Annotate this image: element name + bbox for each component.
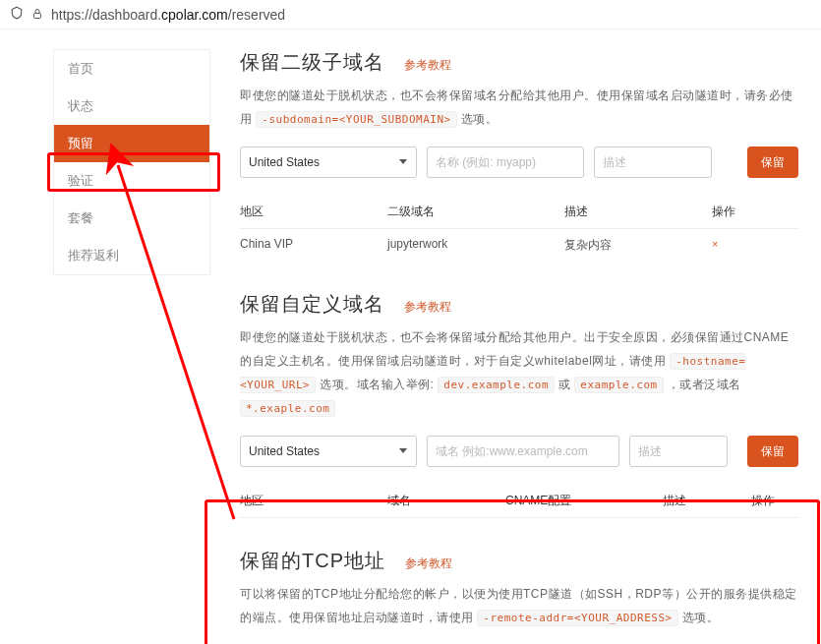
reference-link[interactable]: 参考教程 <box>404 299 451 316</box>
sidebar: 首页 状态 预留 验证 套餐 推荐返利 <box>53 49 210 275</box>
section-custom-domain: 保留自定义域名 参考教程 即使您的隧道处于脱机状态，也不会将保留域分配给其他用户… <box>240 291 798 518</box>
sidebar-label: 状态 <box>68 98 93 113</box>
col-desc: 描述 <box>663 493 751 509</box>
address-bar: https://dashboard.cpolar.com/reserved <box>0 0 821 29</box>
cell-desc: 复杂内容 <box>564 237 712 254</box>
section-title: 保留自定义域名 <box>240 291 384 318</box>
sidebar-label: 首页 <box>68 61 93 76</box>
region-select[interactable]: United States <box>240 146 417 178</box>
section-title: 保留的TCP地址 <box>240 548 385 574</box>
sidebar-item-status[interactable]: 状态 <box>54 88 209 125</box>
col-cname: CNAME配置 <box>505 493 663 509</box>
code-snippet: *.exaple.com <box>240 400 335 417</box>
col-action: 操作 <box>751 493 798 509</box>
section-tcp: 保留的TCP地址 参考教程 可以将保留的TCP地址分配给您的帐户，以便为使用TC… <box>240 548 798 644</box>
lock-icon <box>31 7 43 23</box>
col-subdomain: 二级域名 <box>387 204 564 220</box>
table-row: China VIP jupyterwork 复杂内容 × <box>240 229 798 262</box>
table-header: 地区 域名 CNAME配置 描述 操作 <box>240 485 798 518</box>
sidebar-item-plan[interactable]: 套餐 <box>54 200 209 237</box>
form-row: United States 保留 <box>240 436 798 467</box>
col-action: 操作 <box>712 204 798 220</box>
col-desc: 描述 <box>564 204 712 220</box>
name-input[interactable] <box>427 146 584 178</box>
section-subdomain: 保留二级子域名 参考教程 即使您的隧道处于脱机状态，也不会将保留域名分配给其他用… <box>240 49 798 262</box>
sidebar-item-home[interactable]: 首页 <box>54 50 209 88</box>
desc-input[interactable] <box>594 146 712 178</box>
section-title: 保留二级子域名 <box>240 49 384 76</box>
code-snippet: -remote-addr=<YOUR_ADDRESS> <box>477 610 677 626</box>
desc-input[interactable] <box>629 436 728 467</box>
sidebar-label: 套餐 <box>68 210 93 225</box>
section-description: 即使您的隧道处于脱机状态，也不会将保留域名分配给其他用户。使用保留域名启动隧道时… <box>240 84 798 131</box>
section-description: 可以将保留的TCP地址分配给您的帐户，以便为使用TCP隧道（如SSH，RDP等）… <box>240 582 798 629</box>
code-snippet: dev.example.com <box>438 377 555 393</box>
cell-region: China VIP <box>240 237 387 254</box>
cell-subdomain: jupyterwork <box>387 237 564 254</box>
reference-link[interactable]: 参考教程 <box>404 57 451 74</box>
sidebar-label: 预留 <box>68 136 93 150</box>
url-text[interactable]: https://dashboard.cpolar.com/reserved <box>51 7 285 23</box>
code-snippet: -subdomain=<YOUR_SUBDOMAIN> <box>256 111 456 128</box>
sidebar-label: 验证 <box>68 173 93 188</box>
sidebar-label: 推荐返利 <box>68 248 119 263</box>
code-snippet: example.com <box>574 377 663 393</box>
sidebar-item-referral[interactable]: 推荐返利 <box>54 237 209 274</box>
reserve-button[interactable]: 保留 <box>747 436 798 467</box>
reserve-button[interactable]: 保留 <box>747 146 798 178</box>
col-domain: 域名 <box>387 493 505 509</box>
section-description: 即使您的隧道处于脱机状态，也不会将保留域分配给其他用户。出于安全原因，必须保留通… <box>240 325 798 420</box>
form-row: United States 保留 <box>240 146 798 178</box>
region-select[interactable]: United States <box>240 436 417 467</box>
sidebar-item-reserved[interactable]: 预留 <box>54 125 209 162</box>
delete-icon[interactable]: × <box>712 238 718 250</box>
col-region: 地区 <box>240 204 387 220</box>
sidebar-item-verify[interactable]: 验证 <box>54 162 209 200</box>
domain-input[interactable] <box>427 436 619 467</box>
table-header: 地区 二级域名 描述 操作 <box>240 196 798 229</box>
col-region: 地区 <box>240 493 387 509</box>
reference-link[interactable]: 参考教程 <box>405 556 452 572</box>
shield-icon <box>10 6 24 23</box>
svg-rect-0 <box>34 13 41 18</box>
